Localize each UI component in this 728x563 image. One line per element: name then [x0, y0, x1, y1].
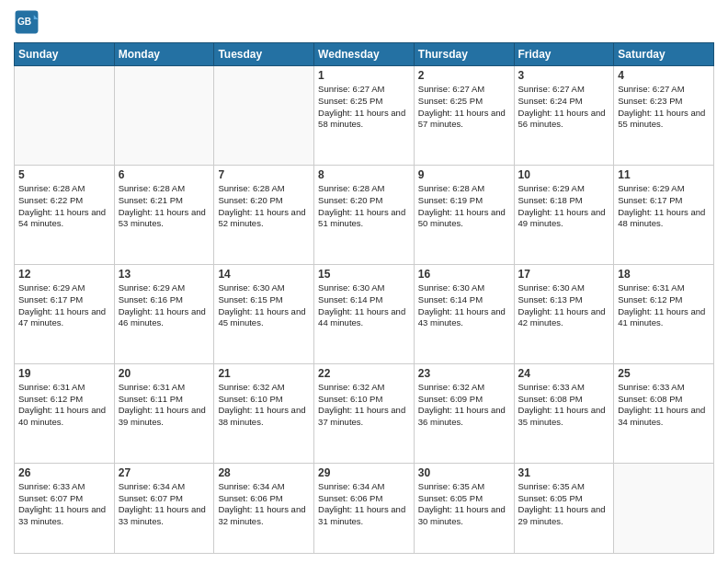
calendar-week-row: 1Sunrise: 6:27 AM Sunset: 6:25 PM Daylig…	[15, 66, 714, 166]
day-number: 19	[18, 367, 110, 380]
day-number: 20	[119, 367, 210, 380]
cell-info: Sunrise: 6:34 AM Sunset: 6:07 PM Dayligh…	[119, 481, 210, 528]
calendar-cell: 26Sunrise: 6:33 AM Sunset: 6:07 PM Dayli…	[15, 463, 115, 553]
calendar-cell: 25Sunrise: 6:33 AM Sunset: 6:08 PM Dayli…	[614, 363, 714, 463]
cell-info: Sunrise: 6:29 AM Sunset: 6:16 PM Dayligh…	[119, 282, 210, 329]
cell-info: Sunrise: 6:28 AM Sunset: 6:20 PM Dayligh…	[218, 183, 310, 230]
calendar-cell: 31Sunrise: 6:35 AM Sunset: 6:05 PM Dayli…	[514, 463, 614, 553]
cell-info: Sunrise: 6:32 AM Sunset: 6:10 PM Dayligh…	[318, 382, 410, 429]
cell-info: Sunrise: 6:30 AM Sunset: 6:14 PM Dayligh…	[418, 282, 510, 329]
calendar-page: GB SundayMondayTuesdayWednesdayThursdayF…	[0, 0, 728, 563]
day-number: 29	[318, 466, 410, 479]
calendar-cell: 6Sunrise: 6:28 AM Sunset: 6:21 PM Daylig…	[114, 165, 214, 264]
calendar-cell	[214, 66, 314, 166]
day-number: 1	[318, 69, 410, 82]
calendar-cell: 7Sunrise: 6:28 AM Sunset: 6:20 PM Daylig…	[214, 165, 314, 264]
day-number: 9	[418, 168, 510, 181]
weekday-header: Sunday	[15, 43, 115, 66]
calendar-cell: 1Sunrise: 6:27 AM Sunset: 6:25 PM Daylig…	[314, 66, 415, 166]
day-number: 10	[518, 168, 610, 181]
cell-info: Sunrise: 6:33 AM Sunset: 6:08 PM Dayligh…	[618, 382, 710, 429]
calendar-cell	[15, 66, 115, 166]
day-number: 22	[318, 367, 410, 380]
cell-info: Sunrise: 6:30 AM Sunset: 6:13 PM Dayligh…	[518, 282, 610, 329]
calendar-cell: 9Sunrise: 6:28 AM Sunset: 6:19 PM Daylig…	[414, 165, 514, 264]
calendar-cell: 29Sunrise: 6:34 AM Sunset: 6:06 PM Dayli…	[314, 463, 415, 553]
cell-info: Sunrise: 6:34 AM Sunset: 6:06 PM Dayligh…	[318, 481, 410, 528]
day-number: 30	[418, 466, 510, 479]
calendar-cell: 23Sunrise: 6:32 AM Sunset: 6:09 PM Dayli…	[414, 363, 514, 463]
calendar-cell: 21Sunrise: 6:32 AM Sunset: 6:10 PM Dayli…	[214, 363, 314, 463]
calendar-table: SundayMondayTuesdayWednesdayThursdayFrid…	[14, 42, 714, 554]
calendar-week-row: 19Sunrise: 6:31 AM Sunset: 6:12 PM Dayli…	[15, 363, 714, 463]
calendar-cell: 11Sunrise: 6:29 AM Sunset: 6:17 PM Dayli…	[614, 165, 714, 264]
day-number: 17	[518, 268, 610, 281]
calendar-cell: 16Sunrise: 6:30 AM Sunset: 6:14 PM Dayli…	[414, 264, 514, 363]
cell-info: Sunrise: 6:33 AM Sunset: 6:08 PM Dayligh…	[518, 382, 610, 429]
weekday-header-row: SundayMondayTuesdayWednesdayThursdayFrid…	[15, 43, 714, 66]
cell-info: Sunrise: 6:31 AM Sunset: 6:12 PM Dayligh…	[618, 282, 710, 329]
day-number: 28	[218, 466, 310, 479]
calendar-cell: 5Sunrise: 6:28 AM Sunset: 6:22 PM Daylig…	[15, 165, 115, 264]
cell-info: Sunrise: 6:35 AM Sunset: 6:05 PM Dayligh…	[418, 481, 510, 528]
day-number: 7	[218, 168, 310, 181]
cell-info: Sunrise: 6:27 AM Sunset: 6:25 PM Dayligh…	[418, 84, 510, 131]
day-number: 26	[18, 466, 110, 479]
cell-info: Sunrise: 6:31 AM Sunset: 6:12 PM Dayligh…	[18, 382, 110, 429]
calendar-cell: 2Sunrise: 6:27 AM Sunset: 6:25 PM Daylig…	[414, 66, 514, 166]
calendar-cell: 8Sunrise: 6:28 AM Sunset: 6:20 PM Daylig…	[314, 165, 415, 264]
calendar-week-row: 26Sunrise: 6:33 AM Sunset: 6:07 PM Dayli…	[15, 463, 714, 553]
calendar-cell: 4Sunrise: 6:27 AM Sunset: 6:23 PM Daylig…	[614, 66, 714, 166]
day-number: 2	[418, 69, 510, 82]
weekday-header: Monday	[114, 43, 214, 66]
calendar-cell: 24Sunrise: 6:33 AM Sunset: 6:08 PM Dayli…	[514, 363, 614, 463]
day-number: 6	[119, 168, 210, 181]
calendar-cell: 18Sunrise: 6:31 AM Sunset: 6:12 PM Dayli…	[614, 264, 714, 363]
calendar-cell: 20Sunrise: 6:31 AM Sunset: 6:11 PM Dayli…	[114, 363, 214, 463]
day-number: 24	[518, 367, 610, 380]
calendar-cell: 10Sunrise: 6:29 AM Sunset: 6:18 PM Dayli…	[514, 165, 614, 264]
cell-info: Sunrise: 6:35 AM Sunset: 6:05 PM Dayligh…	[518, 481, 610, 528]
cell-info: Sunrise: 6:28 AM Sunset: 6:21 PM Dayligh…	[119, 183, 210, 230]
cell-info: Sunrise: 6:32 AM Sunset: 6:10 PM Dayligh…	[218, 382, 310, 429]
day-number: 4	[618, 69, 710, 82]
day-number: 5	[18, 168, 110, 181]
calendar-cell: 3Sunrise: 6:27 AM Sunset: 6:24 PM Daylig…	[514, 66, 614, 166]
day-number: 18	[618, 268, 710, 281]
calendar-cell	[114, 66, 214, 166]
cell-info: Sunrise: 6:28 AM Sunset: 6:20 PM Dayligh…	[318, 183, 410, 230]
day-number: 13	[119, 268, 210, 281]
calendar-cell: 13Sunrise: 6:29 AM Sunset: 6:16 PM Dayli…	[114, 264, 214, 363]
calendar-cell: 27Sunrise: 6:34 AM Sunset: 6:07 PM Dayli…	[114, 463, 214, 553]
cell-info: Sunrise: 6:33 AM Sunset: 6:07 PM Dayligh…	[18, 481, 110, 528]
svg-text:GB: GB	[17, 17, 31, 27]
day-number: 31	[518, 466, 610, 479]
calendar-cell: 30Sunrise: 6:35 AM Sunset: 6:05 PM Dayli…	[414, 463, 514, 553]
calendar-cell	[614, 463, 714, 553]
day-number: 3	[518, 69, 610, 82]
calendar-cell: 15Sunrise: 6:30 AM Sunset: 6:14 PM Dayli…	[314, 264, 415, 363]
calendar-cell: 14Sunrise: 6:30 AM Sunset: 6:15 PM Dayli…	[214, 264, 314, 363]
day-number: 11	[618, 168, 710, 181]
calendar-cell: 17Sunrise: 6:30 AM Sunset: 6:13 PM Dayli…	[514, 264, 614, 363]
cell-info: Sunrise: 6:27 AM Sunset: 6:23 PM Dayligh…	[618, 84, 710, 131]
cell-info: Sunrise: 6:29 AM Sunset: 6:18 PM Dayligh…	[518, 183, 610, 230]
cell-info: Sunrise: 6:29 AM Sunset: 6:17 PM Dayligh…	[18, 282, 110, 329]
cell-info: Sunrise: 6:30 AM Sunset: 6:15 PM Dayligh…	[218, 282, 310, 329]
cell-info: Sunrise: 6:28 AM Sunset: 6:22 PM Dayligh…	[18, 183, 110, 230]
day-number: 15	[318, 268, 410, 281]
cell-info: Sunrise: 6:27 AM Sunset: 6:24 PM Dayligh…	[518, 84, 610, 131]
calendar-cell: 12Sunrise: 6:29 AM Sunset: 6:17 PM Dayli…	[15, 264, 115, 363]
cell-info: Sunrise: 6:30 AM Sunset: 6:14 PM Dayligh…	[318, 282, 410, 329]
cell-info: Sunrise: 6:28 AM Sunset: 6:19 PM Dayligh…	[418, 183, 510, 230]
day-number: 8	[318, 168, 410, 181]
calendar-week-row: 5Sunrise: 6:28 AM Sunset: 6:22 PM Daylig…	[15, 165, 714, 264]
cell-info: Sunrise: 6:31 AM Sunset: 6:11 PM Dayligh…	[119, 382, 210, 429]
day-number: 23	[418, 367, 510, 380]
day-number: 14	[218, 268, 310, 281]
calendar-cell: 19Sunrise: 6:31 AM Sunset: 6:12 PM Dayli…	[15, 363, 115, 463]
day-number: 16	[418, 268, 510, 281]
day-number: 25	[618, 367, 710, 380]
weekday-header: Friday	[514, 43, 614, 66]
cell-info: Sunrise: 6:32 AM Sunset: 6:09 PM Dayligh…	[418, 382, 510, 429]
